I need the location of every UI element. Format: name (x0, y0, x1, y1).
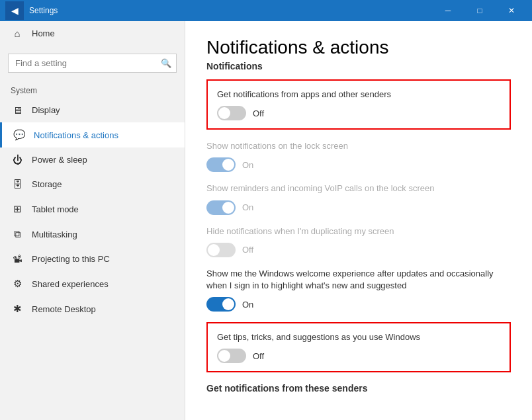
sidebar-section-title: System (0, 81, 185, 98)
senders-section-title: Get notifications from these senders (206, 383, 511, 394)
remote-icon: ✱ (11, 303, 24, 315)
tips-tricks-box: Get tips, tricks, and suggestions as you… (206, 322, 511, 372)
sidebar-item-storage[interactable]: 🗄 Storage (0, 172, 185, 196)
get-notifications-box: Get notifications from apps and other se… (206, 79, 511, 130)
home-icon: ⌂ (11, 28, 24, 39)
lock-screen-reminders-toggle[interactable] (206, 200, 236, 215)
duplicating-screen-toggle[interactable] (206, 243, 236, 257)
sidebar-item-projecting-label: Projecting to this PC (32, 254, 110, 264)
tips-tricks-row: Off (217, 349, 500, 363)
content-area: Notifications & actions Notifications Ge… (185, 21, 532, 420)
sidebar-item-notifications[interactable]: 💬 Notifications & actions (0, 122, 185, 147)
get-notifications-label: Get notifications from apps and other se… (217, 89, 500, 101)
power-icon: ⏻ (11, 154, 24, 165)
sidebar-search: 🔍 (8, 54, 177, 73)
sidebar-item-display-label: Display (32, 105, 60, 115)
tips-tricks-status: Off (253, 351, 264, 361)
sidebar: ⌂ Home 🔍 System 🖥 Display 💬 Notification… (0, 21, 185, 420)
sidebar-item-shared[interactable]: ⚙ Shared experiences (0, 271, 185, 296)
display-icon: 🖥 (11, 105, 24, 116)
sidebar-item-power[interactable]: ⏻ Power & sleep (0, 147, 185, 172)
sidebar-item-tablet-label: Tablet mode (32, 204, 79, 214)
search-input[interactable] (8, 54, 177, 73)
sidebar-item-remote[interactable]: ✱ Remote Desktop (0, 296, 185, 321)
get-notifications-row: Off (217, 106, 500, 120)
lock-screen-reminders-label: Show reminders and incoming VoIP calls o… (206, 183, 511, 194)
close-button[interactable]: ✕ (496, 0, 527, 21)
tablet-icon: ⊞ (11, 203, 24, 215)
titlebar-controls: ─ □ ✕ (433, 0, 527, 21)
sidebar-item-remote-label: Remote Desktop (32, 304, 96, 314)
lock-screen-notifications-row: On (206, 157, 511, 172)
titlebar-title: Settings (29, 6, 433, 15)
windows-welcome-toggle[interactable] (206, 297, 236, 312)
sidebar-item-display[interactable]: 🖥 Display (0, 98, 185, 122)
duplicating-screen-group: Hide notifications when I'm duplicating … (206, 226, 511, 257)
projecting-icon: 📽 (11, 253, 24, 265)
lock-screen-notifications-label: Show notifications on the lock screen (206, 140, 511, 152)
page-title: Notifications & actions (206, 37, 511, 58)
get-notifications-toggle[interactable] (217, 106, 246, 120)
titlebar: ◀ Settings ─ □ ✕ (0, 0, 532, 21)
lock-screen-notifications-status: On (242, 160, 253, 170)
back-button[interactable]: ◀ (5, 1, 24, 20)
main-layout: ⌂ Home 🔍 System 🖥 Display 💬 Notification… (0, 21, 532, 420)
lock-screen-notifications-group: Show notifications on the lock screen On (206, 140, 511, 172)
lock-screen-reminders-row: On (206, 200, 511, 215)
duplicating-screen-status: Off (242, 245, 253, 255)
minimize-button[interactable]: ─ (433, 0, 463, 21)
tips-tricks-toggle[interactable] (217, 349, 246, 363)
shared-icon: ⚙ (11, 278, 24, 290)
multitasking-icon: ⧉ (11, 228, 24, 240)
windows-welcome-label: Show me the Windows welcome experience a… (206, 268, 511, 292)
sidebar-item-projecting[interactable]: 📽 Projecting to this PC (0, 247, 185, 271)
lock-screen-notifications-toggle[interactable] (206, 157, 236, 172)
lock-screen-reminders-status: On (242, 202, 253, 212)
tips-tricks-label: Get tips, tricks, and suggestions as you… (217, 331, 500, 343)
sidebar-item-home[interactable]: ⌂ Home (0, 21, 185, 46)
windows-welcome-status: On (242, 300, 253, 310)
duplicating-screen-row: Off (206, 243, 511, 257)
lock-screen-reminders-group: Show reminders and incoming VoIP calls o… (206, 183, 511, 214)
get-notifications-status: Off (253, 108, 264, 118)
sidebar-item-home-label: Home (32, 28, 55, 38)
notifications-icon: 💬 (13, 129, 26, 141)
sidebar-item-notifications-label: Notifications & actions (34, 130, 118, 140)
sidebar-item-multitasking-label: Multitasking (32, 230, 77, 239)
search-icon: 🔍 (161, 58, 171, 68)
windows-welcome-row: On (206, 297, 511, 312)
notifications-section-title: Notifications (206, 61, 511, 71)
sidebar-item-power-label: Power & sleep (32, 155, 87, 165)
sidebar-item-multitasking[interactable]: ⧉ Multitasking (0, 222, 185, 247)
sidebar-item-storage-label: Storage (32, 179, 62, 189)
windows-welcome-group: Show me the Windows welcome experience a… (206, 268, 511, 312)
sidebar-item-shared-label: Shared experiences (32, 279, 109, 289)
sidebar-item-tablet[interactable]: ⊞ Tablet mode (0, 196, 185, 222)
storage-icon: 🗄 (11, 179, 24, 190)
maximize-button[interactable]: □ (465, 0, 495, 21)
duplicating-screen-label: Hide notifications when I'm duplicating … (206, 226, 511, 237)
